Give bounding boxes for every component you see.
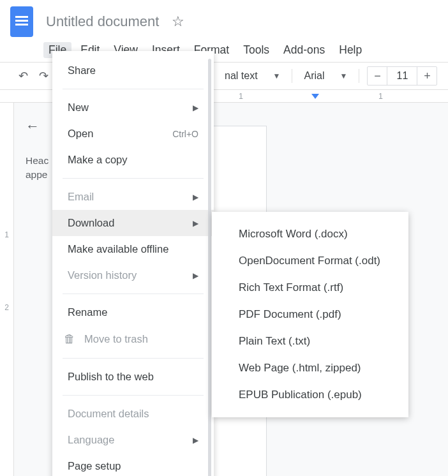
menu-addons[interactable]: Add-ons — [283, 43, 325, 57]
star-icon[interactable]: ☆ — [172, 13, 184, 30]
menu-item-download[interactable]: Download▶ — [52, 210, 214, 236]
font-select[interactable]: Arial ▼ — [300, 70, 351, 82]
separator — [63, 89, 204, 89]
docs-logo[interactable] — [10, 6, 33, 37]
menu-item-new[interactable]: New▶ — [52, 94, 214, 121]
font-size-stepper: − 11 + — [367, 66, 437, 86]
caret-down-icon: ▼ — [340, 71, 348, 80]
scrollbar[interactable] — [208, 59, 211, 476]
submenu-arrow-icon: ▶ — [193, 193, 198, 202]
ruler-tick: 1 — [0, 230, 13, 239]
font-label: Arial — [304, 70, 324, 82]
ruler-tick: 1 — [239, 92, 308, 101]
increase-font-button[interactable]: + — [417, 67, 437, 85]
menu-item-email[interactable]: Email▶ — [52, 184, 214, 210]
ruler-tick: 2 — [0, 303, 13, 312]
menu-item-version-history[interactable]: Version history▶ — [52, 262, 214, 288]
vertical-ruler[interactable]: 1 2 — [0, 103, 14, 476]
download-odt[interactable]: OpenDocument Format (.odt) — [212, 248, 408, 274]
download-docx[interactable]: Microsoft Word (.docx) — [212, 221, 408, 248]
menu-help[interactable]: Help — [339, 43, 362, 57]
submenu-arrow-icon: ▶ — [193, 436, 198, 445]
shortcut-label: Ctrl+O — [172, 129, 198, 139]
separator — [63, 395, 204, 396]
download-epub[interactable]: EPUB Publication (.epub) — [212, 382, 408, 408]
submenu-arrow-icon: ▶ — [193, 103, 198, 112]
menu-item-share[interactable]: Share — [52, 57, 214, 84]
submenu-arrow-icon: ▶ — [193, 271, 198, 280]
menu-item-page-setup[interactable]: Page setup — [52, 453, 214, 476]
undo-icon[interactable]: ↶ — [15, 68, 31, 84]
trash-icon: 🗑 — [64, 332, 75, 346]
ruler-tick: 1 — [378, 92, 448, 101]
paragraph-style-select[interactable]: nal text ▼ — [221, 70, 284, 82]
download-rtf[interactable]: Rich Text Format (.rtf) — [212, 274, 408, 301]
menu-item-make-copy[interactable]: Make a copy — [52, 147, 214, 173]
menu-tools[interactable]: Tools — [243, 43, 269, 57]
download-submenu: Microsoft Word (.docx) OpenDocument Form… — [212, 212, 408, 417]
font-size-value[interactable]: 11 — [387, 67, 417, 85]
separator — [63, 178, 204, 179]
separator — [63, 294, 204, 294]
file-menu-dropdown: Share New▶ OpenCtrl+O Make a copy Email▶… — [52, 51, 214, 476]
menu-item-rename[interactable]: Rename — [52, 299, 214, 325]
paragraph-style-label: nal text — [225, 70, 258, 82]
download-pdf[interactable]: PDF Document (.pdf) — [212, 301, 408, 328]
separator — [292, 69, 292, 83]
separator — [359, 69, 359, 83]
menu-item-language[interactable]: Language▶ — [52, 427, 214, 453]
caret-down-icon: ▼ — [273, 71, 281, 80]
decrease-font-button[interactable]: − — [368, 67, 387, 85]
menu-item-trash[interactable]: 🗑Move to trash — [52, 325, 214, 353]
separator — [63, 358, 204, 359]
menu-item-offline[interactable]: Make available offline — [52, 236, 214, 262]
document-title[interactable]: Untitled document — [46, 13, 159, 30]
download-txt[interactable]: Plain Text (.txt) — [212, 328, 408, 355]
download-html[interactable]: Web Page (.html, zipped) — [212, 355, 408, 382]
redo-icon[interactable]: ↷ — [36, 68, 51, 84]
menu-item-open[interactable]: OpenCtrl+O — [52, 121, 214, 147]
menu-item-details[interactable]: Document details — [52, 401, 214, 427]
submenu-arrow-icon: ▶ — [193, 219, 198, 228]
menu-item-publish[interactable]: Publish to the web — [52, 364, 214, 390]
indent-marker-icon[interactable] — [311, 94, 319, 99]
